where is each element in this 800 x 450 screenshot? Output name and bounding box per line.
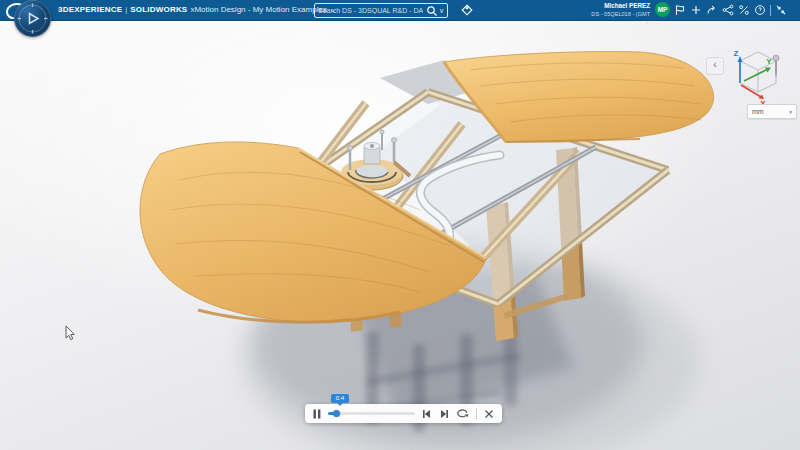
app-title: 3DEXPERIENCE|SOLIDWORKSxMotion Design - … xyxy=(58,0,336,20)
workspace-caret-icon[interactable]: ⌄ xyxy=(645,19,650,25)
mouse-cursor xyxy=(66,326,74,340)
top-bar: 3DEXPERIENCE|SOLIDWORKSxMotion Design - … xyxy=(0,0,800,21)
3d-scene: Z Y X xyxy=(0,0,800,450)
compass-glyph xyxy=(14,0,51,37)
avatar[interactable]: MP xyxy=(655,2,670,17)
search-box[interactable]: ∨ xyxy=(314,3,448,18)
3dexperience-compass-icon[interactable] xyxy=(14,0,51,37)
axis-z-label: Z xyxy=(734,49,739,58)
context-label[interactable]: xMotion Design - My Motion Examples xyxy=(190,5,327,14)
product-label: SOLIDWORKS xyxy=(130,5,187,14)
user-name: Michael PEREZ xyxy=(588,2,650,10)
flag-icon[interactable] xyxy=(674,4,686,16)
slider-handle[interactable] xyxy=(333,410,340,417)
user-workspace: DS - 05QEL018 - (GMT xyxy=(591,11,650,17)
slider-track[interactable] xyxy=(328,412,415,415)
time-badge: 0.4 xyxy=(331,394,349,403)
step-backward-button[interactable] xyxy=(422,409,432,419)
step-forward-button[interactable] xyxy=(439,409,449,419)
player-divider xyxy=(476,408,477,419)
units-caret-icon: ▾ xyxy=(789,109,792,115)
collapse-icon[interactable] xyxy=(775,4,787,16)
avatar-initials: MP xyxy=(658,6,668,13)
apps-icon[interactable] xyxy=(738,4,750,16)
units-dropdown[interactable]: mm ▾ xyxy=(747,104,797,119)
toolbar-divider xyxy=(770,5,771,16)
3d-viewport[interactable]: Z Y X xyxy=(0,0,800,450)
axis-y-label: Y xyxy=(766,57,772,66)
chevron-left-icon: ‹ xyxy=(713,59,716,70)
close-player-button[interactable] xyxy=(484,409,494,419)
app-window: Z Y X 3DEXPERIENCE|SOLIDWORKSxMotion xyxy=(0,0,800,450)
view-triad[interactable]: Z Y X xyxy=(734,49,779,108)
share-arrow-icon[interactable] xyxy=(706,4,718,16)
help-icon[interactable] xyxy=(754,4,766,16)
bookmark-tag-icon[interactable] xyxy=(461,4,473,16)
collapse-panel-button[interactable]: ‹ xyxy=(706,57,724,75)
top-bar-icons xyxy=(674,0,791,20)
loop-button[interactable] xyxy=(456,409,469,419)
timeline-slider[interactable] xyxy=(328,409,415,418)
search-input[interactable] xyxy=(315,7,426,14)
pin-icon[interactable] xyxy=(773,55,779,77)
user-info[interactable]: Michael PEREZ DS - 05QEL018 - (GMT ⌄ xyxy=(588,2,650,26)
search-icon[interactable] xyxy=(426,5,438,17)
animation-player: 0.4 xyxy=(305,404,502,423)
share-network-icon[interactable] xyxy=(722,4,734,16)
pause-button[interactable] xyxy=(313,409,321,419)
search-caret-icon[interactable]: ∨ xyxy=(439,7,444,15)
add-icon[interactable] xyxy=(690,4,702,16)
units-value: mm xyxy=(752,108,764,115)
brand-label: 3DEXPERIENCE xyxy=(58,5,122,14)
